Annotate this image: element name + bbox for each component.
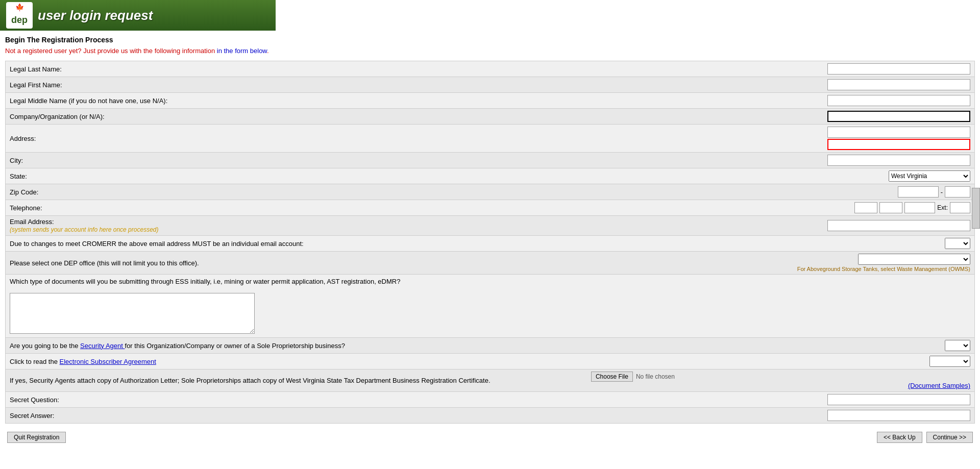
tel-area-input[interactable] [854, 202, 877, 213]
security-agent-select[interactable]: Yes No [945, 340, 970, 351]
company-input[interactable] [827, 111, 970, 122]
tel-number-input[interactable] [904, 202, 935, 213]
first-name-input[interactable] [827, 79, 970, 90]
doc-types-row: Which type of documents will you be subm… [6, 275, 975, 338]
logo-area: 🍁 dep [6, 2, 33, 29]
last-name-input[interactable] [827, 63, 970, 75]
secret-question-input[interactable] [827, 394, 970, 405]
secret-question-input-cell [587, 392, 975, 408]
zip-label: Zip Code: [6, 184, 587, 200]
cromerr-row: Due to changes to meet CROMERR the above… [6, 236, 975, 252]
dep-office-input-cell: Air Quality Environmental Enforcement La… [587, 252, 975, 275]
header-title: user login request [38, 8, 153, 23]
header: 🍁 dep user login request [0, 0, 276, 31]
subscriber-select[interactable]: I Agree I Disagree [929, 356, 970, 367]
telephone-row: Telephone: Ext: [6, 200, 975, 216]
dep-office-select[interactable]: Air Quality Environmental Enforcement La… [858, 254, 970, 265]
subscriber-input-cell: I Agree I Disagree [587, 354, 975, 369]
city-input[interactable] [827, 155, 970, 166]
tel-ext-label: Ext: [937, 204, 948, 211]
secret-question-label: Secret Question: [6, 392, 587, 408]
security-agent-input-cell: Yes No [587, 338, 975, 354]
zip-input-cell: - [587, 184, 975, 200]
choose-file-button[interactable]: Choose File [591, 372, 633, 382]
file-upload-input-cell: Choose File No file chosen (Document Sam… [587, 369, 975, 392]
city-row: City: [6, 153, 975, 168]
first-name-label: Legal First Name: [6, 77, 587, 93]
doc-types-label: Which type of documents will you be subm… [10, 278, 400, 285]
middle-name-label: Legal Middle Name (if you do not have on… [6, 93, 587, 109]
email-row: Email Address: (system sends your accoun… [6, 216, 975, 236]
cromerr-select[interactable]: Yes No [945, 238, 970, 249]
telephone-label: Telephone: [6, 200, 587, 216]
logo: 🍁 dep [6, 2, 33, 29]
subscriber-label: Click to read the [10, 358, 58, 365]
email-input[interactable] [827, 220, 970, 231]
right-buttons: << Back Up Continue >> [877, 432, 973, 443]
file-area: Choose File No file chosen [591, 372, 970, 382]
security-agent-label2: for this Organization/Company or owner o… [125, 342, 345, 350]
address-label: Address: [6, 125, 587, 153]
address-row: Address: [6, 125, 975, 153]
security-agent-label-cell: Are you going to be the Security Agent f… [6, 338, 587, 354]
address-line1-input[interactable] [827, 127, 970, 138]
continue-button[interactable]: Continue >> [926, 432, 973, 443]
back-button[interactable]: << Back Up [877, 432, 922, 443]
company-input-cell [587, 109, 975, 125]
telephone-input-cell: Ext: [587, 200, 975, 216]
city-label: City: [6, 153, 587, 168]
state-row: State: West Virginia Alabama Alaska Ariz… [6, 168, 975, 184]
subscriber-agreement-link[interactable]: Electronic Subscriber Agreement [60, 358, 156, 365]
email-label-cell: Email Address: (system sends your accoun… [6, 216, 587, 236]
cromerr-input-cell: Yes No [587, 236, 975, 252]
zip-ext-input[interactable] [945, 186, 970, 198]
address-inputs-wrapper [591, 127, 970, 150]
security-agent-label: Are you going to be the [10, 342, 78, 350]
page-title: Begin The Registration Process [5, 36, 975, 44]
secret-answer-input-cell [587, 408, 975, 424]
address-input-cell [587, 125, 975, 153]
intro-text: Not a registered user yet? Just provide … [5, 47, 975, 55]
subscriber-label-cell: Click to read the Electronic Subscriber … [6, 354, 587, 369]
dep-office-note: For Aboveground Storage Tanks, select Wa… [591, 266, 970, 272]
file-upload-row: If yes, Security Agents attach copy of A… [6, 369, 975, 392]
zip-row: Zip Code: - [6, 184, 975, 200]
bottom-buttons: Quit Registration << Back Up Continue >> [5, 432, 975, 443]
dep-office-row: Please select one DEP office (this will … [6, 252, 975, 275]
middle-name-input[interactable] [827, 95, 970, 106]
file-upload-label: If yes, Security Agents attach copy of A… [6, 369, 587, 392]
registration-form: Legal Last Name: Legal First Name: Legal… [5, 61, 975, 424]
secret-answer-label: Secret Answer: [6, 408, 587, 424]
state-input-cell: West Virginia Alabama Alaska Arizona Ark… [587, 168, 975, 184]
state-select[interactable]: West Virginia Alabama Alaska Arizona Ark… [889, 170, 970, 182]
zip-main-input[interactable] [898, 186, 939, 198]
email-input-cell [587, 216, 975, 236]
email-note: (system sends your account info here onc… [10, 226, 158, 233]
address-line2-input[interactable] [827, 139, 970, 150]
quit-registration-button[interactable]: Quit Registration [7, 432, 66, 443]
last-name-row: Legal Last Name: [6, 61, 975, 77]
main-content: Begin The Registration Process Not a reg… [0, 36, 980, 453]
file-status: No file chosen [636, 373, 675, 380]
last-name-input-cell [587, 61, 975, 77]
first-name-row: Legal First Name: [6, 77, 975, 93]
first-name-input-cell [587, 77, 975, 93]
middle-name-row: Legal Middle Name (if you do not have on… [6, 93, 975, 109]
secret-answer-input[interactable] [827, 410, 970, 421]
doc-types-textarea[interactable] [10, 293, 255, 334]
company-label: Company/Organization (or N/A): [6, 109, 587, 125]
doc-types-cell: Which type of documents will you be subm… [6, 275, 975, 338]
zip-dash: - [941, 188, 943, 196]
scrollbar[interactable] [972, 188, 980, 229]
tel-ext-input[interactable] [950, 202, 970, 213]
dep-office-label: Please select one DEP office (this will … [6, 252, 587, 275]
middle-name-input-cell [587, 93, 975, 109]
secret-question-row: Secret Question: [6, 392, 975, 408]
leaf-icon: 🍁 [15, 3, 24, 11]
security-agent-link[interactable]: Security Agent [80, 342, 125, 350]
subscriber-row: Click to read the Electronic Subscriber … [6, 354, 975, 369]
doc-samples-link[interactable]: (Document Samples) [908, 382, 970, 389]
company-row: Company/Organization (or N/A): [6, 109, 975, 125]
tel-prefix-input[interactable] [879, 202, 902, 213]
last-name-label: Legal Last Name: [6, 61, 587, 77]
